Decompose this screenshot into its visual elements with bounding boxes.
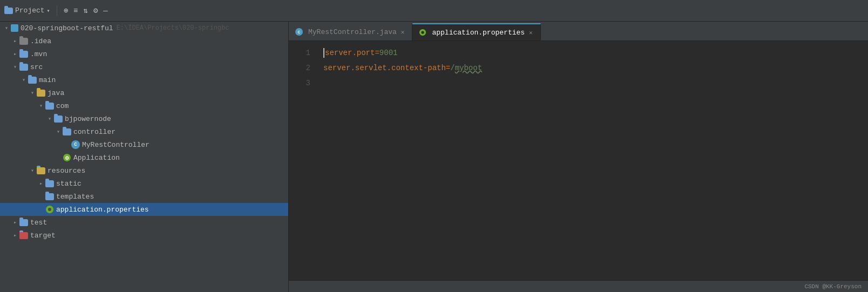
tab-appprops[interactable]: application.properties ✕ [412, 23, 540, 40]
resources-chevron [28, 167, 37, 174]
tab-myrest-icon: C [295, 28, 303, 36]
test-label: test [30, 219, 47, 227]
target-label: target [30, 232, 56, 240]
toolbar: Project ▾ ⊕ ≡ ⇅ ⚙ — [0, 0, 868, 22]
templates-folder-icon [45, 193, 54, 200]
props-icon [45, 205, 54, 214]
test-folder-icon [19, 219, 28, 226]
tree-target[interactable]: target [0, 229, 288, 242]
code-line-3 [323, 76, 859, 91]
tab-props-label: application.properties [432, 29, 525, 37]
line-num-1: 1 [293, 45, 310, 60]
com-folder-icon [45, 103, 54, 110]
code-key-2: server.servlet.context-path [323, 60, 446, 76]
controller-chevron [54, 128, 63, 135]
controller-folder-icon [63, 128, 71, 135]
main-chevron [19, 77, 28, 83]
root-chevron [2, 25, 11, 31]
root-path: E:\IDEA\Projects\020-springbc [117, 24, 229, 32]
code-key-1: server.port [325, 45, 375, 60]
tab-myrestcontroller[interactable]: C MyRestController.java ✕ [289, 23, 412, 40]
tree-src[interactable]: src [0, 60, 288, 73]
tree-application[interactable]: ⚙ Application [0, 151, 288, 164]
svg-text:⚙: ⚙ [65, 155, 69, 161]
com-label: com [56, 102, 69, 110]
tree-static[interactable]: static [0, 177, 288, 190]
svg-point-3 [48, 208, 51, 211]
code-value-2: / [450, 60, 455, 76]
myrest-label: MyRestController [82, 141, 150, 149]
idea-folder-icon [19, 38, 28, 45]
code-line-2: server.servlet.context-path = /myboot [323, 60, 859, 76]
locate-icon[interactable]: ⊕ [64, 6, 68, 15]
resources-label: resources [48, 167, 85, 175]
project-panel-header: Project ▾ [4, 6, 50, 15]
code-value-2b: myboot [455, 60, 482, 76]
code-equals-1: = [375, 45, 379, 60]
src-chevron [11, 64, 19, 70]
tree-idea[interactable]: .idea [0, 35, 288, 47]
tree-resources[interactable]: resources [0, 164, 288, 177]
tree-java[interactable]: java [0, 86, 288, 99]
static-chevron [37, 180, 45, 187]
java-folder-icon [37, 90, 45, 97]
tab-myrest-close[interactable]: ✕ [400, 28, 406, 37]
tree-bjpowernode[interactable]: bjpowernode [0, 112, 288, 125]
code-equals-2: = [446, 60, 450, 76]
line-numbers: 1 2 3 [289, 45, 315, 276]
code-value-1: 9001 [379, 45, 398, 60]
tree-mvn[interactable]: .mvn [0, 47, 288, 60]
project-label: Project [15, 6, 45, 15]
templates-label: templates [56, 193, 94, 201]
com-chevron [37, 103, 45, 109]
main-content: 020-springboot-restful E:\IDEA\Projects\… [0, 22, 868, 292]
tab-props-close[interactable]: ✕ [528, 28, 534, 37]
tab-bar: C MyRestController.java ✕ application.pr… [289, 22, 868, 41]
tree-application-properties[interactable]: application.properties [0, 203, 288, 216]
project-folder-icon [4, 8, 13, 14]
src-label: src [30, 63, 43, 71]
project-dropdown-icon[interactable]: ▾ [47, 8, 50, 14]
svg-point-5 [422, 31, 424, 33]
editor-content[interactable]: 1 2 3 server.port = 9001 server.servlet.… [289, 41, 868, 280]
settings-icon[interactable]: ⚙ [93, 6, 98, 15]
minimize-icon[interactable]: — [103, 6, 107, 15]
target-folder-icon [19, 232, 28, 239]
tree-controller[interactable]: controller [0, 125, 288, 138]
bjpowernode-folder-icon [54, 116, 63, 123]
controller-label: controller [73, 128, 116, 136]
project-tree: 020-springboot-restful E:\IDEA\Projects\… [0, 22, 289, 292]
mvn-folder-icon [19, 51, 28, 58]
target-chevron [11, 232, 19, 239]
static-label: static [56, 180, 82, 188]
collapse-all-icon[interactable]: ≡ [73, 6, 78, 15]
root-label: 020-springboot-restful [21, 24, 113, 32]
tree-main[interactable]: main [0, 73, 288, 86]
module-icon [11, 24, 18, 32]
expand-icon[interactable]: ⇅ [83, 6, 87, 15]
props-label: application.properties [56, 206, 149, 214]
status-text: CSDN @KK-Greyson [804, 283, 862, 290]
mvn-label: .mvn [30, 50, 47, 58]
tree-test[interactable]: test [0, 216, 288, 229]
app-spring-icon: ⚙ [63, 153, 71, 162]
bjpowernode-chevron [45, 116, 54, 122]
mvn-chevron [11, 51, 19, 57]
tree-myrestcontroller[interactable]: C MyRestController [0, 138, 288, 151]
main-folder-icon [28, 77, 37, 84]
tab-myrest-label: MyRestController.java [308, 28, 397, 36]
tab-props-icon [419, 29, 426, 36]
tree-templates[interactable]: templates [0, 190, 288, 203]
editor-area: C MyRestController.java ✕ application.pr… [289, 22, 868, 292]
line-num-3: 3 [293, 76, 310, 91]
cursor [323, 48, 324, 58]
tree-com[interactable]: com [0, 99, 288, 112]
main-label: main [39, 76, 56, 84]
line-num-2: 2 [293, 60, 310, 76]
app-label: Application [73, 154, 120, 162]
code-area[interactable]: server.port = 9001 server.servlet.contex… [315, 45, 868, 276]
java-label: java [48, 89, 64, 97]
toolbar-separator-1 [57, 5, 57, 16]
bjpowernode-label: bjpowernode [65, 115, 111, 123]
tree-root[interactable]: 020-springboot-restful E:\IDEA\Projects\… [0, 22, 288, 35]
